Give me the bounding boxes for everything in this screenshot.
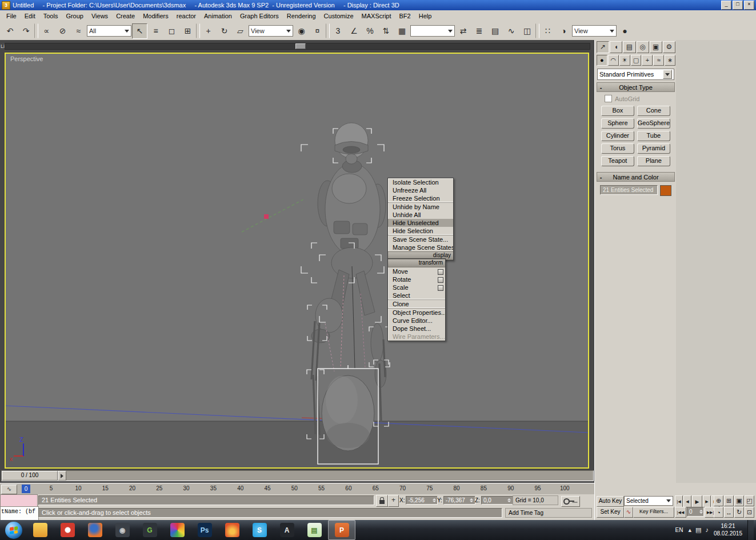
pan-icon[interactable]: ↔ (724, 507, 734, 518)
undo-icon[interactable]: ↶ (2, 23, 18, 39)
use-pivot-center-icon[interactable]: ◉ (294, 23, 309, 39)
menu-item[interactable]: Create (112, 11, 139, 21)
arc-rotate-icon[interactable]: ↻ (734, 507, 744, 518)
menu-item[interactable]: Help (415, 11, 436, 21)
menu-item[interactable]: Graph Editors (236, 11, 283, 21)
close-button[interactable]: × (744, 1, 754, 10)
zoom-all-icon[interactable]: ⊞ (724, 495, 734, 506)
category-geometry[interactable]: ● (597, 55, 607, 66)
menu-item[interactable]: Group (62, 11, 87, 21)
menu-item[interactable]: Customize (320, 11, 358, 21)
selection-lock-toggle[interactable] (376, 495, 388, 507)
context-menu-item[interactable]: Unhide by Name (388, 202, 453, 211)
object-type-button[interactable]: Cone (637, 106, 670, 116)
context-menu-item[interactable]: Hide Unselected (388, 219, 453, 227)
select-and-move-icon[interactable]: + (201, 23, 216, 39)
named-selection-sets-dropdown[interactable] (410, 25, 455, 37)
tray-volume-icon[interactable]: ♪ (705, 526, 709, 534)
taskbar-clock[interactable]: 16:21 08.02.2015 (714, 523, 742, 537)
maximize-button[interactable]: □ (733, 1, 743, 10)
taskbar-explorer[interactable] (26, 520, 54, 540)
maxscript-listener-line[interactable]: tName: (bf (0, 506, 39, 522)
object-name-field[interactable]: 21 Entities Selected (600, 185, 658, 195)
key-filters-button[interactable]: Key Filters... (633, 507, 674, 518)
minimize-button[interactable]: _ (721, 1, 731, 10)
zoom-icon[interactable]: ⊕ (714, 495, 723, 506)
category-space-warps[interactable]: ≈ (653, 55, 664, 66)
start-button[interactable] (5, 522, 22, 539)
splitter-handle[interactable] (295, 43, 306, 49)
context-menu-item[interactable]: Select (388, 291, 445, 299)
previous-frame-button[interactable]: ◀ (683, 495, 691, 507)
context-menu-item[interactable]: Freeze Selection (388, 194, 453, 202)
select-and-rotate-icon[interactable]: ↻ (217, 23, 232, 39)
separator[interactable] (326, 23, 330, 38)
previous-key-button[interactable]: |◀◀ (675, 507, 686, 518)
tab-hierarchy[interactable]: ▤ (623, 41, 635, 53)
context-menu-item[interactable]: Unfreeze All (388, 186, 453, 194)
z-coordinate-field[interactable]: 0,0 (481, 496, 513, 505)
context-menu-item[interactable]: Save Scene State... (388, 235, 453, 243)
mini-curve-editor-button[interactable]: ∿ (1, 485, 17, 494)
context-menu-item[interactable]: Manage Scene States... (388, 243, 453, 251)
perspective-viewport[interactable]: Perspective (5, 53, 589, 469)
spinner-snap-icon[interactable]: ⇅ (378, 23, 394, 39)
field-of-view-icon[interactable]: ◔ (714, 507, 723, 518)
window-crossing-icon[interactable]: ⊞ (180, 23, 195, 39)
taskbar-media-player[interactable] (54, 520, 81, 540)
curve-editor-icon[interactable]: ∿ (503, 23, 519, 39)
quick-render-icon[interactable]: ● (617, 23, 633, 39)
menu-item[interactable]: MAXScript (358, 11, 395, 21)
object-type-rollout-header[interactable]: - Object Type (597, 82, 675, 92)
autogrid-checkbox[interactable] (605, 95, 612, 102)
tab-create[interactable]: ↗ (597, 41, 609, 53)
menu-item[interactable]: Tools (39, 11, 62, 21)
object-type-button[interactable]: Torus (601, 143, 634, 154)
context-menu-item[interactable]: Unhide All (388, 211, 453, 219)
category-helpers[interactable]: + (642, 55, 653, 66)
keyboard-shortcut-override-toggle[interactable] (561, 496, 580, 507)
time-slider-handle[interactable]: 0 / 100 (2, 471, 58, 481)
bind-to-space-warp-icon[interactable]: ≈ (71, 23, 86, 39)
snaps-toggle-icon[interactable]: 3 (330, 23, 346, 39)
object-type-button[interactable]: Teapot (601, 156, 634, 166)
context-menu-item[interactable]: Dope Sheet... (388, 325, 445, 333)
select-object-icon[interactable]: ↖ (132, 23, 147, 39)
render-scene-icon[interactable]: ◑ (556, 23, 571, 39)
render-type-dropdown[interactable]: View (572, 25, 617, 37)
context-menu-item[interactable]: Object Properties... (388, 308, 445, 317)
object-type-button[interactable]: Sphere (601, 118, 634, 129)
object-color-swatch[interactable] (660, 185, 671, 196)
zoom-extents-all-icon[interactable]: ◰ (745, 495, 754, 506)
taskbar-skype[interactable]: S (246, 520, 273, 540)
menu-item[interactable]: Animation (200, 11, 236, 21)
category-systems[interactable]: ∗ (665, 55, 675, 66)
context-menu-item[interactable]: Clone (388, 299, 445, 308)
selection-filter-dropdown[interactable]: All (87, 25, 131, 37)
primitive-category-dropdown[interactable]: Standard Primitives (597, 69, 674, 80)
rectangular-selection-icon[interactable]: ◻ (164, 23, 179, 39)
maxscript-listener-macro-line[interactable] (0, 494, 38, 507)
set-key-button[interactable]: Set Key (597, 507, 624, 518)
separator[interactable] (34, 23, 38, 38)
context-menu-item[interactable]: Wire Parameters... (388, 333, 445, 341)
context-menu-item[interactable]: Hide Selection (388, 227, 453, 235)
menu-item[interactable]: Views (87, 11, 112, 21)
unlink-selection-icon[interactable]: ⊘ (55, 23, 70, 39)
z-spinner[interactable] (507, 497, 512, 504)
menu-item[interactable]: Modifiers (139, 11, 173, 21)
auto-key-button[interactable]: Auto Key (597, 496, 624, 507)
category-cameras[interactable]: ▢ (631, 55, 642, 66)
show-desktop-button[interactable] (747, 520, 754, 540)
absolute-offset-toggle[interactable]: + (388, 495, 399, 507)
select-by-name-icon[interactable]: ≡ (148, 23, 163, 39)
tab-display[interactable]: ▣ (650, 41, 662, 53)
taskbar-notepad[interactable]: ▤ (301, 520, 328, 540)
object-type-button[interactable]: Pyramid (637, 143, 670, 154)
track-bar[interactable]: ∿ 0 510152025303540455055606570758085909… (0, 483, 594, 495)
tab-utilities[interactable]: ⚙ (663, 41, 675, 53)
percent-snap-icon[interactable]: % (362, 23, 378, 39)
taskbar-photoshop[interactable]: Ps (191, 520, 218, 540)
add-time-tag[interactable]: Add Time Tag (505, 508, 592, 518)
name-color-rollout-header[interactable]: - Name and Color (597, 172, 675, 182)
